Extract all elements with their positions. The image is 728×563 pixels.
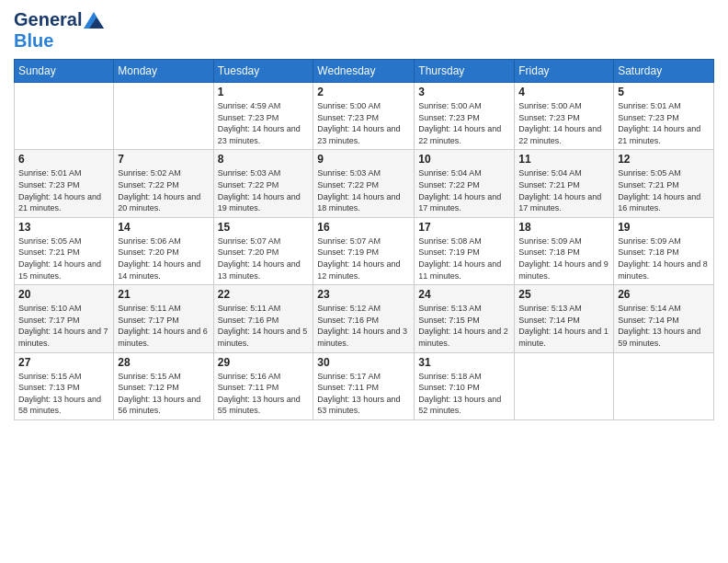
- day-number: 23: [317, 288, 410, 301]
- calendar-cell: 17Sunrise: 5:08 AMSunset: 7:19 PMDayligh…: [415, 217, 515, 284]
- cell-info: Sunrise: 5:09 AMSunset: 7:18 PMDaylight:…: [518, 236, 609, 282]
- weekday-header-monday: Monday: [114, 60, 213, 83]
- day-number: 11: [518, 153, 609, 166]
- cell-info: Sunrise: 5:01 AMSunset: 7:23 PMDaylight:…: [18, 167, 109, 213]
- calendar-cell: 2Sunrise: 5:00 AMSunset: 7:23 PMDaylight…: [313, 83, 415, 150]
- calendar-cell: 7Sunrise: 5:02 AMSunset: 7:22 PMDaylight…: [114, 150, 213, 217]
- day-number: 26: [618, 288, 710, 301]
- calendar-cell: 20Sunrise: 5:10 AMSunset: 7:17 PMDayligh…: [15, 285, 114, 352]
- cell-info: Sunrise: 5:07 AMSunset: 7:19 PMDaylight:…: [317, 236, 410, 282]
- day-number: 30: [317, 356, 410, 369]
- weekday-header-row: SundayMondayTuesdayWednesdayThursdayFrid…: [15, 60, 714, 83]
- calendar-cell: 16Sunrise: 5:07 AMSunset: 7:19 PMDayligh…: [313, 217, 415, 284]
- calendar-cell: 4Sunrise: 5:00 AMSunset: 7:23 PMDaylight…: [515, 83, 614, 150]
- cell-info: Sunrise: 5:02 AMSunset: 7:22 PMDaylight:…: [118, 167, 209, 213]
- logo-icon: [84, 12, 104, 29]
- header: General Blue: [14, 9, 714, 52]
- calendar-cell: 11Sunrise: 5:04 AMSunset: 7:21 PMDayligh…: [515, 150, 614, 217]
- weekday-header-thursday: Thursday: [415, 60, 515, 83]
- logo: General Blue: [14, 9, 104, 52]
- cell-info: Sunrise: 5:04 AMSunset: 7:22 PMDaylight:…: [418, 167, 510, 213]
- calendar-cell: 14Sunrise: 5:06 AMSunset: 7:20 PMDayligh…: [114, 217, 213, 284]
- cell-info: Sunrise: 5:08 AMSunset: 7:19 PMDaylight:…: [418, 236, 510, 282]
- calendar-cell: 8Sunrise: 5:03 AMSunset: 7:22 PMDaylight…: [213, 150, 313, 217]
- calendar-cell: 3Sunrise: 5:00 AMSunset: 7:23 PMDaylight…: [415, 83, 515, 150]
- day-number: 5: [618, 86, 710, 98]
- day-number: 6: [18, 153, 109, 166]
- day-number: 21: [118, 288, 209, 301]
- calendar-cell: 13Sunrise: 5:05 AMSunset: 7:21 PMDayligh…: [15, 217, 114, 284]
- cell-info: Sunrise: 5:07 AMSunset: 7:20 PMDaylight:…: [218, 236, 310, 282]
- calendar-cell: [515, 352, 614, 419]
- calendar-cell: 30Sunrise: 5:17 AMSunset: 7:11 PMDayligh…: [313, 352, 415, 419]
- day-number: 16: [317, 221, 410, 234]
- cell-info: Sunrise: 5:10 AMSunset: 7:17 PMDaylight:…: [18, 303, 109, 349]
- calendar-cell: 15Sunrise: 5:07 AMSunset: 7:20 PMDayligh…: [213, 217, 313, 284]
- day-number: 10: [418, 153, 510, 166]
- calendar-cell: [614, 352, 714, 419]
- cell-info: Sunrise: 5:05 AMSunset: 7:21 PMDaylight:…: [618, 167, 710, 213]
- cell-info: Sunrise: 5:00 AMSunset: 7:23 PMDaylight:…: [317, 100, 410, 146]
- calendar-page: General Blue SundayMondayTuesdayWednesda…: [0, 0, 728, 563]
- calendar-cell: 28Sunrise: 5:15 AMSunset: 7:12 PMDayligh…: [114, 352, 213, 419]
- cell-info: Sunrise: 5:14 AMSunset: 7:14 PMDaylight:…: [618, 303, 710, 349]
- logo-general: General: [14, 9, 82, 30]
- cell-info: Sunrise: 5:13 AMSunset: 7:15 PMDaylight:…: [418, 303, 510, 349]
- calendar-cell: 21Sunrise: 5:11 AMSunset: 7:17 PMDayligh…: [114, 285, 213, 352]
- cell-info: Sunrise: 4:59 AMSunset: 7:23 PMDaylight:…: [218, 100, 310, 146]
- weekday-header-sunday: Sunday: [15, 60, 114, 83]
- cell-info: Sunrise: 5:15 AMSunset: 7:13 PMDaylight:…: [18, 371, 109, 417]
- day-number: 2: [317, 86, 410, 98]
- calendar-cell: 1Sunrise: 4:59 AMSunset: 7:23 PMDaylight…: [213, 83, 313, 150]
- cell-info: Sunrise: 5:13 AMSunset: 7:14 PMDaylight:…: [518, 303, 609, 349]
- day-number: 17: [418, 221, 510, 234]
- day-number: 8: [218, 153, 310, 166]
- cell-info: Sunrise: 5:11 AMSunset: 7:17 PMDaylight:…: [118, 303, 209, 349]
- cell-info: Sunrise: 5:18 AMSunset: 7:10 PMDaylight:…: [418, 371, 510, 417]
- cell-info: Sunrise: 5:15 AMSunset: 7:12 PMDaylight:…: [118, 371, 209, 417]
- logo-blue: Blue: [14, 30, 53, 52]
- cell-info: Sunrise: 5:01 AMSunset: 7:23 PMDaylight:…: [618, 100, 710, 146]
- cell-info: Sunrise: 5:12 AMSunset: 7:16 PMDaylight:…: [317, 303, 410, 349]
- weekday-header-friday: Friday: [515, 60, 614, 83]
- day-number: 7: [118, 153, 209, 166]
- cell-info: Sunrise: 5:03 AMSunset: 7:22 PMDaylight:…: [218, 167, 310, 213]
- week-row-1: 1Sunrise: 4:59 AMSunset: 7:23 PMDaylight…: [15, 83, 714, 150]
- calendar-cell: 27Sunrise: 5:15 AMSunset: 7:13 PMDayligh…: [15, 352, 114, 419]
- day-number: 1: [218, 86, 310, 98]
- day-number: 15: [218, 221, 310, 234]
- calendar-cell: 22Sunrise: 5:11 AMSunset: 7:16 PMDayligh…: [213, 285, 313, 352]
- calendar-cell: 24Sunrise: 5:13 AMSunset: 7:15 PMDayligh…: [415, 285, 515, 352]
- calendar-cell: 12Sunrise: 5:05 AMSunset: 7:21 PMDayligh…: [614, 150, 714, 217]
- cell-info: Sunrise: 5:06 AMSunset: 7:20 PMDaylight:…: [118, 236, 209, 282]
- week-row-5: 27Sunrise: 5:15 AMSunset: 7:13 PMDayligh…: [15, 352, 714, 419]
- cell-info: Sunrise: 5:00 AMSunset: 7:23 PMDaylight:…: [418, 100, 510, 146]
- day-number: 13: [18, 221, 109, 234]
- cell-info: Sunrise: 5:04 AMSunset: 7:21 PMDaylight:…: [518, 167, 609, 213]
- day-number: 24: [418, 288, 510, 301]
- calendar-cell: 9Sunrise: 5:03 AMSunset: 7:22 PMDaylight…: [313, 150, 415, 217]
- calendar-cell: 31Sunrise: 5:18 AMSunset: 7:10 PMDayligh…: [415, 352, 515, 419]
- week-row-2: 6Sunrise: 5:01 AMSunset: 7:23 PMDaylight…: [15, 150, 714, 217]
- day-number: 28: [118, 356, 209, 369]
- calendar-cell: 5Sunrise: 5:01 AMSunset: 7:23 PMDaylight…: [614, 83, 714, 150]
- cell-info: Sunrise: 5:16 AMSunset: 7:11 PMDaylight:…: [218, 371, 310, 417]
- calendar-cell: 29Sunrise: 5:16 AMSunset: 7:11 PMDayligh…: [213, 352, 313, 419]
- day-number: 9: [317, 153, 410, 166]
- calendar-cell: 19Sunrise: 5:09 AMSunset: 7:18 PMDayligh…: [614, 217, 714, 284]
- day-number: 29: [218, 356, 310, 369]
- week-row-4: 20Sunrise: 5:10 AMSunset: 7:17 PMDayligh…: [15, 285, 714, 352]
- day-number: 18: [518, 221, 609, 234]
- day-number: 31: [418, 356, 510, 369]
- weekday-header-saturday: Saturday: [614, 60, 714, 83]
- calendar-cell: 10Sunrise: 5:04 AMSunset: 7:22 PMDayligh…: [415, 150, 515, 217]
- calendar-cell: 26Sunrise: 5:14 AMSunset: 7:14 PMDayligh…: [614, 285, 714, 352]
- cell-info: Sunrise: 5:09 AMSunset: 7:18 PMDaylight:…: [618, 236, 710, 282]
- day-number: 14: [118, 221, 209, 234]
- week-row-3: 13Sunrise: 5:05 AMSunset: 7:21 PMDayligh…: [15, 217, 714, 284]
- day-number: 22: [218, 288, 310, 301]
- calendar-cell: [15, 83, 114, 150]
- day-number: 20: [18, 288, 109, 301]
- calendar-cell: 25Sunrise: 5:13 AMSunset: 7:14 PMDayligh…: [515, 285, 614, 352]
- calendar-cell: 6Sunrise: 5:01 AMSunset: 7:23 PMDaylight…: [15, 150, 114, 217]
